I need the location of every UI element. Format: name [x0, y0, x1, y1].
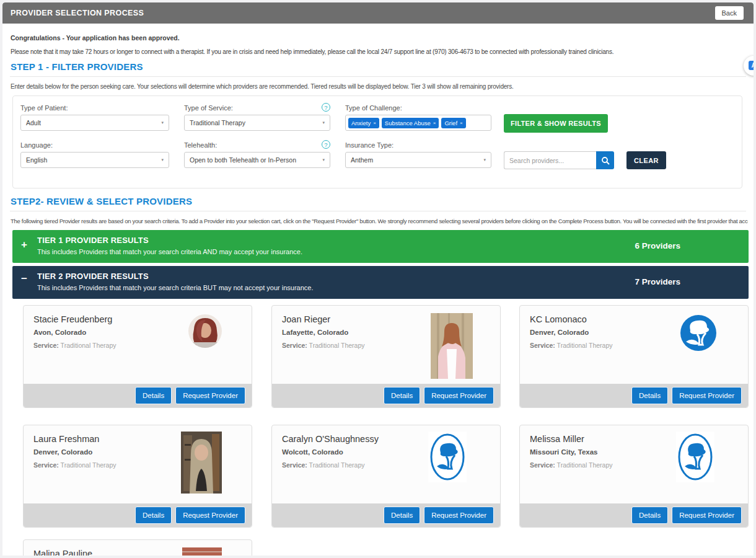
service-value: Traditional Therapy — [61, 342, 116, 349]
language-value: English — [26, 156, 47, 164]
step1-heading: STEP 1 - FILTER PROVIDERS — [11, 61, 143, 72]
challenge-tag: Grief × — [441, 118, 465, 128]
provider-location: Denver, Colorado — [530, 329, 589, 336]
step2-heading: STEP2- REVIEW & SELECT PROVIDERS — [11, 196, 192, 206]
chevron-down-icon: ▾ — [483, 157, 486, 162]
step2-description: The following tiered Provider results ar… — [11, 218, 748, 224]
provider-name: Melissa Miller — [530, 434, 584, 444]
translate-widget[interactable]: A — [744, 56, 754, 76]
telehealth-select[interactable]: Open to both Telehealth or In-Person ▾ — [184, 152, 330, 168]
tag-label: Anxiety — [351, 120, 371, 126]
request-provider-button[interactable]: Request Provider — [672, 387, 742, 404]
details-button[interactable]: Details — [631, 507, 668, 524]
card-footer: Details Request Provider — [272, 503, 500, 527]
divider — [10, 76, 746, 77]
tag-label: Substance Abuse — [385, 120, 431, 126]
service-value: Traditional Therapy — [309, 461, 365, 469]
provider-card: Stacie Freudenberg Avon, Colorado Servic… — [23, 305, 252, 408]
service-value: Traditional Therapy — [61, 461, 116, 469]
tag-remove-icon[interactable]: × — [373, 120, 376, 126]
type-of-challenge-input[interactable]: Anxiety × Substance Abuse × Grief × — [345, 115, 491, 131]
tree-logo-oval — [428, 432, 467, 482]
tier2-subtitle: This includes Providers that match your … — [37, 284, 313, 291]
provider-card: Malina Pauline — [23, 539, 252, 556]
type-of-patient-select[interactable]: Adult ▾ — [20, 115, 169, 131]
clear-button[interactable]: CLEAR — [626, 151, 666, 169]
card-footer: Details Request Provider — [520, 384, 748, 407]
card-footer: Details Request Provider — [520, 503, 748, 527]
type-of-patient-label: Type of Patient: — [20, 104, 68, 112]
telehealth-help-icon[interactable]: ? — [322, 140, 330, 149]
provider-location: Lafayette, Colorado — [282, 329, 348, 336]
back-button[interactable]: Back — [715, 6, 744, 20]
service-label: Service: — [33, 461, 59, 469]
provider-card: Melissa Miller Missouri City, Texas Serv… — [519, 425, 749, 528]
provider-selection-page: PROVIDER SELECTION PROCESS Back Congratu… — [2, 2, 754, 556]
details-button[interactable]: Details — [384, 507, 420, 524]
details-button[interactable]: Details — [135, 387, 172, 404]
request-provider-button[interactable]: Request Provider — [672, 507, 742, 524]
details-button[interactable]: Details — [135, 507, 172, 524]
filter-panel: Type of Patient: Type of Service: ? Type… — [12, 95, 742, 188]
tag-remove-icon[interactable]: × — [460, 120, 463, 126]
approval-message: Congratulations - Your application has b… — [11, 34, 180, 42]
language-label: Language: — [20, 141, 53, 149]
portrait-image — [431, 313, 473, 379]
provider-service: Service: Traditional Therapy — [282, 461, 365, 469]
search-button[interactable] — [596, 151, 614, 169]
provider-location: Avon, Colorado — [33, 329, 86, 336]
search-input[interactable] — [504, 151, 597, 169]
chevron-down-icon: ▾ — [161, 120, 164, 125]
request-provider-button[interactable]: Request Provider — [424, 387, 494, 404]
provider-location: Denver, Colorado — [33, 448, 92, 456]
provider-photo — [431, 313, 473, 379]
service-help-icon[interactable]: ? — [322, 103, 330, 112]
title-bar: PROVIDER SELECTION PROCESS Back — [2, 2, 754, 24]
provider-card: KC Lomonaco Denver, Colorado Service: Tr… — [519, 305, 749, 408]
request-provider-button[interactable]: Request Provider — [175, 387, 245, 404]
service-value: Traditional Therapy — [557, 461, 613, 469]
service-value: Traditional Therapy — [309, 342, 365, 349]
step1-description: Enter details below for the person seeki… — [11, 83, 514, 90]
provider-card: Laura Freshman Denver, Colorado Service:… — [23, 425, 252, 528]
provider-service: Service: Traditional Therapy — [282, 342, 365, 349]
telehealth-label: Telehealth: — [184, 141, 217, 149]
challenge-tag: Anxiety × — [348, 118, 379, 128]
collapse-icon[interactable]: − — [21, 273, 27, 284]
tier1-subtitle: This includes Providers that match your … — [37, 248, 302, 255]
service-label: Service: — [282, 342, 307, 349]
page-title: PROVIDER SELECTION PROCESS — [11, 9, 144, 17]
card-footer: Details Request Provider — [272, 384, 500, 407]
details-button[interactable]: Details — [631, 387, 668, 404]
details-button[interactable]: Details — [384, 387, 420, 404]
tag-remove-icon[interactable]: × — [433, 120, 436, 126]
card-footer: Details Request Provider — [24, 503, 252, 527]
insurance-type-value: Anthem — [351, 156, 373, 164]
tier1-title: TIER 1 PROVIDER RESULTS — [37, 236, 149, 245]
provider-card: Caralyn O'Shaughnessy Wolcott, Colorado … — [271, 425, 501, 528]
language-select[interactable]: English ▾ — [20, 152, 169, 168]
provider-location: Missouri City, Texas — [530, 448, 598, 456]
provider-service: Service: Traditional Therapy — [33, 342, 116, 349]
provider-service: Service: Traditional Therapy — [530, 342, 613, 349]
insurance-type-select[interactable]: Anthem ▾ — [345, 152, 491, 168]
provider-photo — [182, 547, 222, 556]
card-footer: Details Request Provider — [24, 384, 252, 407]
provider-name: Malina Pauline — [33, 549, 92, 556]
tier2-header[interactable]: − TIER 2 PROVIDER RESULTS This includes … — [12, 266, 749, 299]
expand-icon[interactable]: + — [21, 239, 27, 250]
chevron-down-icon: ▾ — [161, 157, 164, 162]
filter-show-results-button[interactable]: FILTER & SHOW RESULTS — [504, 114, 608, 133]
provider-name: Joan Rieger — [282, 314, 330, 324]
tier1-header[interactable]: + TIER 1 PROVIDER RESULTS This includes … — [12, 230, 749, 263]
service-label: Service: — [282, 461, 307, 469]
provider-photo — [188, 314, 222, 348]
provider-name: Stacie Freudenberg — [33, 314, 112, 324]
type-of-challenge-label: Type of Challenge: — [345, 104, 402, 112]
type-of-service-select[interactable]: Traditional Therapy ▾ — [184, 115, 330, 131]
headshot-image — [188, 314, 222, 348]
tier2-title: TIER 2 PROVIDER RESULTS — [37, 272, 149, 281]
request-provider-button[interactable]: Request Provider — [175, 507, 245, 524]
request-provider-button[interactable]: Request Provider — [424, 507, 494, 524]
provider-service: Service: Traditional Therapy — [530, 461, 613, 469]
